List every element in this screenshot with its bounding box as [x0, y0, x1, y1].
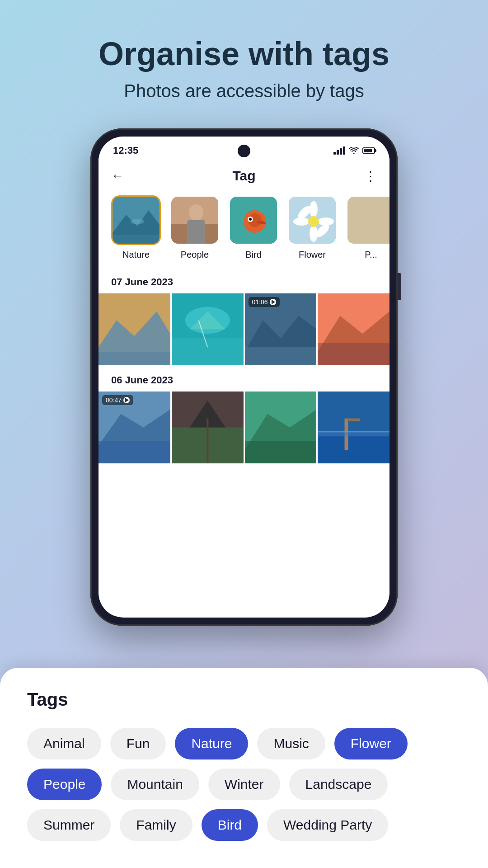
phone-frame: 12:35	[90, 128, 398, 626]
svg-rect-52	[347, 418, 361, 421]
battery-icon	[362, 147, 375, 154]
tag-pill-nature[interactable]: Nature	[175, 728, 248, 760]
tag-pill-winter[interactable]: Winter	[208, 769, 280, 800]
photo-cell-6[interactable]	[172, 392, 244, 463]
svg-rect-36	[318, 343, 389, 365]
svg-point-6	[189, 204, 203, 221]
tag-thumb-people	[170, 195, 220, 245]
photo-cell-1[interactable]	[99, 293, 170, 365]
photo-cell-7[interactable]	[245, 392, 317, 463]
svg-point-3	[131, 219, 144, 224]
tag-pill-people[interactable]: People	[27, 769, 102, 800]
svg-rect-29	[172, 338, 244, 365]
date-section-1: 07 June 2023	[99, 269, 389, 293]
date-section-2: 06 June 2023	[99, 367, 389, 392]
status-time: 12:35	[113, 145, 138, 156]
tag-pill-animal[interactable]: Animal	[27, 728, 101, 760]
app-header: ← Tag ⋮	[99, 161, 389, 191]
tag-pill-music[interactable]: Music	[257, 728, 325, 760]
tags-pills-container: Animal Fun Nature Music Flower People Mo…	[27, 728, 461, 841]
tag-label-partial: P...	[365, 250, 377, 260]
status-icons	[333, 146, 375, 155]
hero-subtitle: Photos are accessible by tags	[0, 81, 488, 101]
tag-pill-family[interactable]: Family	[120, 809, 192, 841]
phone-wrapper: 12:35	[0, 128, 488, 626]
tag-label-nature: Nature	[122, 250, 150, 260]
svg-rect-48	[318, 432, 389, 463]
svg-rect-22	[347, 197, 389, 245]
tags-sheet-title: Tags	[27, 689, 461, 710]
svg-point-12	[249, 218, 252, 221]
tag-category-people[interactable]: People	[170, 195, 220, 260]
photo-cell-8[interactable]	[318, 392, 389, 463]
photo-cell-5[interactable]: 00:47	[99, 392, 170, 463]
more-options-button[interactable]: ⋮	[364, 169, 377, 184]
tag-label-bird: Bird	[245, 250, 262, 260]
tag-pill-flower[interactable]: Flower	[334, 728, 408, 760]
play-icon	[270, 299, 276, 305]
tag-thumb-flower	[287, 195, 337, 245]
tag-pill-mountain[interactable]: Mountain	[111, 769, 199, 800]
signal-icon	[333, 146, 345, 155]
svg-rect-7	[187, 220, 205, 245]
svg-rect-50	[318, 432, 389, 436]
tag-category-nature[interactable]: Nature	[111, 195, 161, 260]
svg-rect-46	[245, 441, 317, 463]
svg-rect-39	[99, 441, 170, 463]
svg-rect-33	[245, 347, 317, 365]
photo-cell-2[interactable]	[172, 293, 244, 365]
date-label-2: 06 June 2023	[111, 374, 173, 386]
tag-pill-bird[interactable]: Bird	[202, 809, 258, 841]
tag-pill-summer[interactable]: Summer	[27, 809, 111, 841]
play-icon-2	[123, 397, 130, 403]
wifi-icon	[349, 147, 359, 154]
back-button[interactable]: ←	[111, 169, 124, 183]
tag-category-bird[interactable]: Bird	[229, 195, 278, 260]
photo-cell-4[interactable]	[318, 293, 389, 365]
tag-label-flower: Flower	[299, 250, 326, 260]
tag-thumb-partial	[346, 195, 389, 245]
tags-bottom-sheet: Tags Animal Fun Nature Music Flower Peop…	[0, 668, 488, 868]
date-label-1: 07 June 2023	[111, 276, 173, 288]
photo-cell-3[interactable]: 01:06	[245, 293, 317, 365]
tag-category-partial[interactable]: P...	[346, 195, 389, 260]
tag-categories-row: Nature People	[99, 191, 389, 269]
photo-grid-1: 01:06	[99, 293, 389, 365]
svg-point-21	[308, 216, 319, 227]
tag-pill-wedding-party[interactable]: Wedding Party	[267, 809, 388, 841]
video-duration-badge: 01:06	[249, 297, 280, 307]
tag-pill-fun[interactable]: Fun	[110, 728, 166, 760]
tag-thumb-nature	[111, 195, 161, 245]
svg-rect-25	[99, 352, 170, 365]
svg-rect-2	[113, 235, 161, 245]
photo-grid-2: 00:47	[99, 392, 389, 463]
hero-section: Organise with tags Photos are accessible…	[0, 0, 488, 119]
camera-notch	[238, 145, 250, 157]
app-title: Tag	[232, 168, 255, 184]
tag-category-flower[interactable]: Flower	[287, 195, 337, 260]
phone-screen: 12:35	[99, 137, 389, 618]
tag-thumb-bird	[229, 195, 278, 245]
hero-title: Organise with tags	[0, 36, 488, 72]
tag-pill-landscape[interactable]: Landscape	[289, 769, 388, 800]
tag-label-people: People	[181, 250, 209, 260]
video-duration-badge-2: 00:47	[102, 395, 133, 405]
